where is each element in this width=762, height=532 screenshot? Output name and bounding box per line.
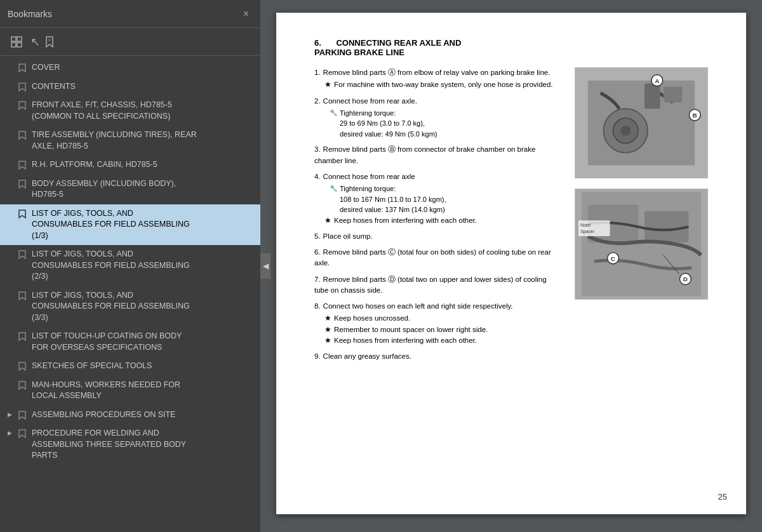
bookmark-label-touch-up: LIST OF TOUCH-UP COATING ON BODY FOR OVE…: [29, 331, 255, 353]
step-item-8: 8.Connect two hoses on each left and rig…: [314, 301, 562, 346]
bookmark-label-cover: COVER: [29, 62, 255, 74]
step-item-6: 6.Remove blind parts Ⓒ (total four on bo…: [314, 247, 562, 269]
bookmark-item-touch-up[interactable]: LIST OF TOUCH-UP COATING ON BODY FOR OVE…: [0, 327, 260, 357]
bookmark-label-list-jigs-2: LIST OF JIGS, TOOLS, AND CONSUMABLES FOR…: [29, 249, 255, 283]
sub-item-8-1: ★Remember to mount spacer on lower right…: [324, 324, 562, 335]
images-column: A B: [575, 67, 714, 367]
svg-text:Spacer: Spacer: [580, 229, 595, 234]
expand-arrow-procedure-welding[interactable]: ▶: [8, 428, 18, 437]
cursor-indicator: ↖: [30, 32, 36, 51]
svg-rect-11: [664, 87, 683, 103]
bookmarks-panel: Bookmarks × ↖ COVER CONTENTS FRONT A: [0, 0, 260, 532]
bookmarks-list: COVER CONTENTS FRONT AXLE, F/T, CHASSIS,…: [0, 56, 260, 532]
step-text-4: 4.Connect hose from rear axle: [314, 171, 562, 182]
svg-text:B: B: [693, 112, 697, 119]
step-item-2: 2.Connect hose from rear axle.🔧Tightenin…: [314, 96, 562, 140]
step-text-1: 1.Remove blind parts Ⓐ from elbow of rel…: [314, 67, 562, 78]
content-area: 1.Remove blind parts Ⓐ from elbow of rel…: [314, 67, 714, 367]
step-item-1: 1.Remove blind parts Ⓐ from elbow of rel…: [314, 67, 562, 91]
svg-rect-10: [645, 84, 660, 109]
bookmark-icon-body-assembly: [18, 178, 29, 189]
expand-arrow-sketches: [8, 361, 18, 362]
expand-arrow-assembling[interactable]: ▶: [8, 409, 18, 419]
bookmark-icon-man-hours: [18, 380, 29, 390]
bookmark-item-sketches[interactable]: SKETCHES OF SPECIAL TOOLS: [0, 357, 260, 376]
svg-text:D: D: [683, 276, 688, 283]
bookmark-label-procedure-welding: PROCEDURE FOR WELDING AND ASSEMBLING THR…: [29, 428, 255, 462]
bookmark-icon-procedure-welding: [18, 428, 29, 439]
expand-arrow-touch-up: [8, 331, 18, 332]
bookmark-icon-front-axle: [18, 100, 29, 110]
bookmark-item-body-assembly[interactable]: BODY ASSEMBLY (INCLUDING BODY), HD785-5: [0, 175, 260, 204]
bookmark-manage-icon[interactable]: [41, 33, 58, 51]
bookmark-label-tire-assembly: TIRE ASSEMBLY (INCLUDING TIRES), REAR AX…: [29, 130, 255, 152]
svg-rect-1: [17, 37, 22, 41]
section-number: 6.: [314, 38, 321, 48]
page-number: 25: [718, 492, 727, 502]
bookmark-label-front-axle: FRONT AXLE, F/T, CHASSIS, HD785-5 (COMMO…: [29, 100, 255, 122]
bookmarks-header: Bookmarks ×: [0, 0, 260, 28]
svg-point-9: [620, 126, 631, 136]
panel-collapse-button[interactable]: ◀: [260, 253, 271, 279]
bookmark-item-list-jigs-1[interactable]: LIST OF JIGS, TOOLS, AND CONSUMABLES FOR…: [0, 204, 260, 246]
bookmark-label-list-jigs-3: LIST OF JIGS, TOOLS, AND CONSUMABLES FOR…: [29, 290, 255, 324]
expand-arrow-list-jigs-1: [8, 208, 18, 209]
step-text-6: 6.Remove blind parts Ⓒ (total four on bo…: [314, 247, 562, 269]
bookmark-icon-list-jigs-3: [18, 290, 29, 301]
bookmark-item-rh-platform[interactable]: R.H. PLATFORM, CABIN, HD785-5: [0, 156, 260, 175]
svg-rect-19: [645, 211, 688, 243]
bookmark-item-front-axle[interactable]: FRONT AXLE, F/T, CHASSIS, HD785-5 (COMMO…: [0, 96, 260, 126]
bookmark-item-list-jigs-2[interactable]: LIST OF JIGS, TOOLS, AND CONSUMABLES FOR…: [0, 245, 260, 286]
step-item-3: 3.Remove blind parts Ⓑ from connector of…: [314, 144, 562, 166]
svg-rect-3: [17, 43, 22, 47]
brake-line-photo-top: A B: [575, 67, 708, 178]
bookmark-item-man-hours[interactable]: MAN-HOURS, WORKERS NEEDED FOR LOCAL ASSE…: [0, 376, 260, 406]
bookmarks-toolbar: ↖: [0, 28, 260, 56]
bookmark-icon-cover: [18, 62, 29, 73]
step-text-7: 7.Remove blind parts Ⓓ (total two on upp…: [314, 274, 562, 296]
expand-arrow-list-jigs-3: [8, 290, 18, 291]
step-item-9: 9.Clean any greasy surfaces.: [314, 351, 562, 362]
bookmark-item-assembling[interactable]: ▶ ASSEMBLING PROCEDURES ON SITE: [0, 406, 260, 425]
bookmark-item-tire-assembly[interactable]: TIRE ASSEMBLY (INCLUDING TIRES), REAR AX…: [0, 126, 260, 156]
svg-text:A: A: [655, 77, 659, 84]
expand-all-icon[interactable]: [8, 33, 25, 51]
document-page: 6. CONNECTING REAR AXLE ANDPARKING BRAKE…: [276, 13, 746, 514]
cooling-tube-photo: Note! Spacer C D: [575, 189, 708, 300]
expand-arrow-list-jigs-2: [8, 249, 18, 250]
document-panel: ◀ 6. CONNECTING REAR AXLE ANDPARKING BRA…: [260, 0, 762, 532]
expand-arrow-front-axle: [8, 100, 18, 101]
expand-arrow-contents: [8, 81, 18, 83]
svg-text:C: C: [611, 255, 615, 262]
image-bottom: Note! Spacer C D: [575, 189, 714, 300]
sub-item-4-0: 🔧Tightening torque: 108 to 167 Nm (11.0 …: [324, 183, 562, 215]
step-text-8: 8.Connect two hoses on each left and rig…: [314, 301, 562, 312]
bookmark-icon-sketches: [18, 361, 29, 371]
bookmark-label-body-assembly: BODY ASSEMBLY (INCLUDING BODY), HD785-5: [29, 178, 255, 201]
bookmark-icon-assembling: [18, 409, 29, 420]
sub-item-1-0: ★For machine with two-way brake system, …: [324, 79, 562, 90]
section-heading: CONNECTING REAR AXLE ANDPARKING BRAKE LI…: [314, 38, 461, 57]
bookmark-icon-touch-up: [18, 331, 29, 342]
bookmark-item-contents[interactable]: CONTENTS: [0, 77, 260, 96]
step-text-9: 9.Clean any greasy surfaces.: [314, 351, 562, 362]
bookmark-icon-rh-platform: [18, 159, 29, 170]
step-text-3: 3.Remove blind parts Ⓑ from connector of…: [314, 144, 562, 166]
expand-arrow-tire-assembly: [8, 130, 18, 131]
expand-arrow-cover: [8, 62, 18, 63]
section-title: 6. CONNECTING REAR AXLE ANDPARKING BRAKE…: [314, 38, 714, 57]
bookmark-label-assembling: ASSEMBLING PROCEDURES ON SITE: [29, 409, 255, 421]
steps-column: 1.Remove blind parts Ⓐ from elbow of rel…: [314, 67, 562, 367]
bookmark-label-rh-platform: R.H. PLATFORM, CABIN, HD785-5: [29, 159, 255, 171]
close-button[interactable]: ×: [239, 7, 253, 21]
bookmark-item-cover[interactable]: COVER: [0, 58, 260, 77]
bookmark-item-list-jigs-3[interactable]: LIST OF JIGS, TOOLS, AND CONSUMABLES FOR…: [0, 286, 260, 328]
bookmark-item-procedure-welding[interactable]: ▶ PROCEDURE FOR WELDING AND ASSEMBLING T…: [0, 424, 260, 465]
step-item-5: 5.Place oil sump.: [314, 231, 562, 242]
bookmarks-title: Bookmarks: [8, 9, 52, 19]
image-top: A B: [575, 67, 714, 178]
svg-text:Note!: Note!: [580, 223, 591, 227]
sub-item-8-0: ★Keep hoses uncrossed.: [324, 313, 562, 324]
bookmark-label-list-jigs-1: LIST OF JIGS, TOOLS, AND CONSUMABLES FOR…: [29, 208, 255, 242]
bookmark-icon-list-jigs-1: [18, 208, 29, 219]
